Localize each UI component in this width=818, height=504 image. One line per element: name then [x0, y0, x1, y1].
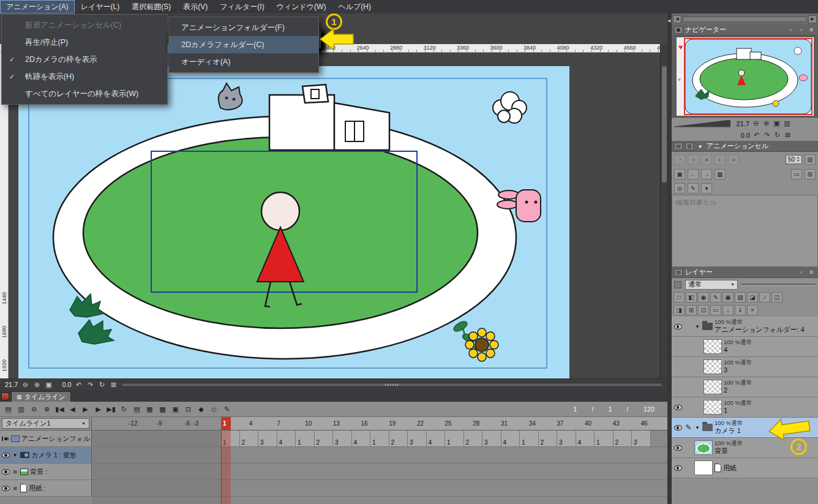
onion-next2-icon[interactable]: ◕: [728, 154, 739, 165]
frame-ruler[interactable]: -12-9-6-314710131619222528313437404346: [92, 417, 667, 431]
go-to-start-icon[interactable]: ▮◀: [54, 404, 65, 415]
navigator-tab-icon[interactable]: ▣: [674, 26, 683, 34]
eye-icon[interactable]: [674, 324, 682, 329]
cel-cell[interactable]: 1: [445, 431, 464, 447]
layer-row-cel-2[interactable]: 100 %通常 2: [672, 377, 818, 397]
eye-icon[interactable]: [674, 405, 682, 410]
track-camera-1[interactable]: ▼ カメラ 1 : 変形: [0, 447, 667, 464]
prev-frame-icon[interactable]: ◀: [67, 404, 78, 415]
onion-settings-icon[interactable]: ▦: [144, 404, 155, 415]
timeline-selector-dropdown[interactable]: タイムライン1 ▼: [2, 418, 89, 429]
transfer-to-lower-icon[interactable]: ↓: [722, 305, 734, 315]
merge-to-lower-icon[interactable]: ⇓: [735, 305, 746, 315]
timeline-list-icon[interactable]: ▥: [16, 404, 26, 415]
track-paper[interactable]: ⊞ 用紙 :: [0, 480, 667, 497]
next-frame-icon[interactable]: ▶: [93, 404, 103, 415]
layer-row-paper[interactable]: 用紙: [672, 458, 818, 478]
eye-icon[interactable]: [674, 465, 682, 471]
menu-item[interactable]: ✓ 新規アニメーションセル(C) ▶: [2, 17, 167, 34]
menu-bar-item[interactable]: ウィンドウ(W): [271, 0, 332, 13]
cel-cell[interactable]: 2: [539, 431, 558, 447]
menu-item[interactable]: ✓ すべてのレイヤーの枠を表示(W) ▶: [2, 85, 167, 102]
menu-bar-item[interactable]: アニメーション(A): [0, 0, 75, 13]
zoom-out-timeline-icon[interactable]: ⊖: [29, 404, 39, 415]
clipping-icon[interactable]: ◧: [686, 292, 697, 303]
playhead-column[interactable]: [221, 431, 231, 504]
cel-cell[interactable]: 2: [240, 431, 259, 447]
fit-to-screen-icon[interactable]: ▣: [44, 381, 53, 389]
onion-next-icon[interactable]: ◐: [715, 154, 726, 165]
nav-fit-icon[interactable]: ▣: [772, 119, 781, 127]
loop-playback-icon[interactable]: ↻: [119, 404, 129, 415]
layer-row-cel-3[interactable]: 100 %通常 3: [672, 357, 818, 377]
cel-cell[interactable]: 4: [277, 431, 296, 447]
collapse-icon[interactable]: ▼: [694, 425, 700, 431]
two-pane-view-icon[interactable]: ◨: [674, 305, 685, 315]
layer-tab-icon[interactable]: ▤: [674, 269, 683, 276]
layer-menu-icon[interactable]: ≡: [808, 269, 816, 276]
submenu-item[interactable]: オーディオ(A): [169, 53, 318, 70]
play-icon[interactable]: ▶: [80, 404, 91, 415]
track-background[interactable]: ⊞ 背景 :: [0, 464, 667, 480]
cel-cell[interactable]: 3: [408, 431, 427, 447]
zoom-in-timeline-icon[interactable]: ⊕: [42, 404, 52, 415]
eye-icon[interactable]: [2, 469, 10, 475]
opacity-slider-icon[interactable]: ▥: [805, 154, 816, 165]
new-cel-icon[interactable]: ⊞: [805, 169, 816, 179]
menu-bar-item[interactable]: 表示(V): [177, 0, 214, 13]
flip-horizontal-icon[interactable]: ⊠: [110, 381, 118, 389]
delete-layer-icon[interactable]: ×: [747, 305, 758, 315]
collapse-panel-icon[interactable]: ◀: [667, 18, 670, 23]
scroll-right-icon[interactable]: ▶: [808, 15, 817, 23]
eye-icon[interactable]: [674, 445, 682, 451]
menu-item[interactable]: ✓ 軌跡を表示(H) ▶: [2, 68, 167, 85]
cel-cell[interactable]: 3: [632, 431, 651, 447]
document-canvas[interactable]: [18, 66, 569, 378]
vertical-scrollbar[interactable]: [660, 44, 667, 378]
cel-image-icon[interactable]: ▣: [674, 169, 685, 179]
new-raster-layer-icon[interactable]: ⊞: [686, 305, 697, 315]
onion-current-icon[interactable]: ●: [701, 154, 712, 165]
nav-reset-icon[interactable]: ↻: [773, 131, 782, 139]
sub-view-icon[interactable]: ▫: [787, 26, 795, 33]
cel-cell[interactable]: 1: [296, 431, 315, 447]
new-vector-layer-icon[interactable]: ⊡: [698, 305, 709, 315]
eye-icon[interactable]: [2, 436, 3, 442]
lock-transparency-icon[interactable]: ▨: [735, 292, 746, 303]
submenu-item[interactable]: 2Dカメラフォルダー(C): [169, 36, 318, 53]
menu-item[interactable]: ✓ 2Dカメラの枠を表示 ▶: [2, 51, 167, 68]
cel-cell[interactable]: 1: [370, 431, 389, 447]
light-table-icon[interactable]: ⊡: [183, 404, 193, 415]
collapse-icon[interactable]: ▼: [12, 453, 18, 458]
onion-skin-icon[interactable]: ▤: [132, 404, 142, 415]
cel-cell[interactable]: 1: [520, 431, 539, 447]
cel-cell[interactable]: 3: [258, 431, 277, 447]
item-bank-icon[interactable]: ▫: [797, 26, 805, 33]
new-layer-folder-icon[interactable]: ▭: [710, 305, 721, 315]
opacity-slider[interactable]: [741, 284, 816, 286]
cel-cell[interactable]: 3: [482, 431, 501, 447]
layer-row-cel-1[interactable]: 100 %通常 1: [672, 397, 818, 418]
menu-bar-item[interactable]: ヘルプ(H): [332, 0, 377, 13]
cel-cell[interactable]: 4: [352, 431, 371, 447]
panel-menu-icon[interactable]: ≡: [808, 26, 816, 33]
eye-icon[interactable]: [2, 486, 10, 491]
prev-cel-icon[interactable]: ←: [688, 169, 699, 179]
layer-color-icon[interactable]: ◫: [771, 292, 782, 303]
onion-prev-icon[interactable]: ◑: [688, 154, 699, 165]
rotate-left-icon[interactable]: ↶: [75, 381, 83, 389]
nav-rotate-right-icon[interactable]: ↷: [762, 131, 771, 139]
zoom-out-icon[interactable]: ⊖: [21, 381, 29, 389]
draft-layer-icon[interactable]: ✎: [710, 292, 721, 303]
reference-layer-icon[interactable]: ◉: [698, 292, 709, 303]
nav-zoom-in-icon[interactable]: ⊕: [762, 119, 771, 127]
light-table-register-icon[interactable]: ◎: [674, 183, 685, 194]
nav-flip-icon[interactable]: ⊠: [783, 131, 792, 139]
layer-sub-icon[interactable]: ▫: [797, 269, 805, 276]
nav-zoom-out-icon[interactable]: ⊖: [751, 119, 760, 127]
timeline-tab[interactable]: ▦ タイムライン: [11, 391, 71, 402]
menu-bar-item[interactable]: 選択範囲(S): [126, 0, 177, 13]
set-ruler-icon[interactable]: ∕: [759, 292, 770, 303]
eye-icon[interactable]: [2, 453, 10, 458]
cel-grid-icon[interactable]: ▦: [715, 169, 726, 179]
